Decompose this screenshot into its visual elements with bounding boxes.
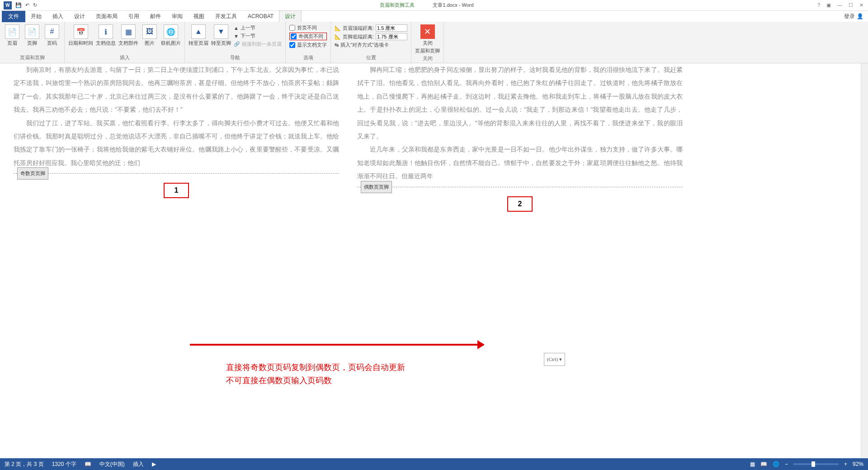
close-header-footer-button[interactable]: ✕关闭页眉和页脚 <box>415 24 440 54</box>
zoom-in-icon[interactable]: + <box>844 461 847 467</box>
group-close: ✕关闭页眉和页脚 关闭 <box>411 22 444 63</box>
help-icon[interactable]: ? <box>817 2 820 8</box>
page-number-odd[interactable]: 1 <box>14 183 339 198</box>
page-number-even[interactable]: 2 <box>357 196 683 212</box>
word-app-icon: W <box>4 1 12 9</box>
quick-access-toolbar: W 💾 ↶ ↻ <box>0 1 41 9</box>
ribbon-tabs: 文件 开始 插入 设计 页面布局 引用 邮件 审阅 视图 开发工具 ACROBA… <box>0 11 868 22</box>
watermark-url: jingyan.baidu.com <box>803 449 854 456</box>
undo-icon[interactable]: ↶ <box>25 2 29 8</box>
document-title: 文章1.docx - Word <box>433 2 473 9</box>
annotation-arrow <box>190 344 484 346</box>
sign-in-link[interactable]: 登录 👤 <box>840 11 868 22</box>
save-icon[interactable]: 💾 <box>15 2 22 8</box>
group-header-footer: 📄页眉 📄页脚 #页码 页眉和页脚 <box>0 22 65 63</box>
tab-acrobat[interactable]: ACROBAT <box>242 11 279 21</box>
tab-mailings[interactable]: 邮件 <box>145 11 166 22</box>
group-insert: 📅日期和时间 ℹ文档信息 ▦文档部件 🖼图片 🌐联机图片 插入 <box>65 22 185 63</box>
paste-options-button[interactable]: (Ctrl) ▾ <box>544 353 565 366</box>
first-page-different-checkbox[interactable]: 首页不同 <box>289 24 327 31</box>
body-text: 近几年来，父亲和我都是东奔西走，家中光景是一日不如一日。他少年出外谋生，独力支持… <box>357 143 683 183</box>
group-navigation: ▲转至页眉 ▼转至页脚 ▲ 上一节 ▼ 下一节 🔗 链接到前一条页眉 导航 <box>185 22 286 63</box>
body-text: 我们过了江，进了车站。我买票，他忙着照看行李。行李太多了，得向脚夫行些小费才可过… <box>14 117 339 170</box>
zoom-out-icon[interactable]: − <box>785 461 788 467</box>
macro-icon[interactable]: ▶ <box>152 461 156 467</box>
odd-footer-label: 奇数页页脚 <box>17 167 48 180</box>
tab-home[interactable]: 开始 <box>25 11 47 22</box>
tab-view[interactable]: 视图 <box>188 11 210 22</box>
picture-button[interactable]: 🖼图片 <box>141 24 158 47</box>
body-text: 到南京时，有朋友约去游逛，勾留了一日；第二日上午便须渡江到浦口，下午上车北去。父… <box>14 63 339 117</box>
tab-references[interactable]: 引用 <box>123 11 145 22</box>
body-text: 脚冉同工缩；他肥肥的身子同左倾侧，显出努刀的样子。这时我看见他的背影，我的泪很快… <box>357 63 683 143</box>
title-bar: W 💾 ↶ ↻ 页眉和页脚工具 文章1.docx - Word ? ▣ — ☐ … <box>0 0 868 11</box>
odd-even-different-checkbox[interactable]: 奇偶页不同 <box>291 33 326 40</box>
header-button[interactable]: 📄页眉 <box>4 24 21 47</box>
group-options: 首页不同 奇偶页不同 显示文档文字 选项 <box>286 22 331 63</box>
minimize-icon[interactable]: — <box>837 2 842 8</box>
tab-developer[interactable]: 开发工具 <box>210 11 242 22</box>
tab-layout[interactable]: 页面布局 <box>90 11 123 22</box>
next-section-button[interactable]: ▼ 下一节 <box>234 33 282 39</box>
zoom-level[interactable]: 92% <box>853 461 863 467</box>
web-layout-view-icon[interactable]: 🌐 <box>773 461 779 467</box>
link-previous-button[interactable]: 🔗 链接到前一条页眉 <box>234 41 282 47</box>
annotation-text: 直接将奇数页页码复制到偶数页，页码会自动更新 不可直接在偶数页输入页码数 <box>226 361 405 387</box>
proofing-icon[interactable]: 📖 <box>85 461 91 467</box>
redo-icon[interactable]: ↻ <box>33 2 37 8</box>
tab-design[interactable]: 设计 <box>69 11 90 22</box>
group-position: 📐页眉顶端距离: 📐页脚底端距离: ↹ 插入"对齐方式"选项卡 位置 <box>331 22 411 63</box>
tab-review[interactable]: 审阅 <box>166 11 188 22</box>
goto-header-button[interactable]: ▲转至页眉 <box>189 24 208 47</box>
header-distance-input[interactable]: 📐页眉顶端距离: <box>335 24 407 32</box>
datetime-button[interactable]: 📅日期和时间 <box>68 24 93 47</box>
online-picture-button[interactable]: 🌐联机图片 <box>161 24 181 47</box>
page-number-button[interactable]: #页码 <box>43 24 61 47</box>
page-indicator[interactable]: 第 2 页，共 3 页 <box>5 461 44 468</box>
goto-footer-button[interactable]: ▼转至页脚 <box>211 24 231 47</box>
read-mode-view-icon[interactable]: 📖 <box>760 461 767 467</box>
insert-mode[interactable]: 插入 <box>133 461 144 468</box>
even-footer-label: 偶数页页脚 <box>361 181 392 193</box>
status-bar: 第 2 页，共 3 页 1320 个字 📖 中文(中国) 插入 ▶ ▦ 📖 🌐 … <box>0 458 868 470</box>
ribbon: 📄页眉 📄页脚 #页码 页眉和页脚 📅日期和时间 ℹ文档信息 ▦文档部件 🖼图片… <box>0 22 868 63</box>
vertical-scrollbar[interactable] <box>861 63 868 458</box>
maximize-icon[interactable]: ☐ <box>849 2 853 8</box>
docparts-button[interactable]: ▦文档部件 <box>118 24 138 47</box>
language-indicator[interactable]: 中文(中国) <box>99 461 125 468</box>
insert-alignment-tab-button[interactable]: ↹ 插入"对齐方式"选项卡 <box>335 42 407 48</box>
tab-hf-design[interactable]: 设计 <box>279 10 302 22</box>
word-count[interactable]: 1320 个字 <box>52 461 76 468</box>
footer-distance-input[interactable]: 📐页脚底端距离: <box>335 33 407 40</box>
footer-button[interactable]: 📄页脚 <box>24 24 41 47</box>
contextual-tab-title: 页眉和页脚工具 <box>380 2 415 9</box>
document-area[interactable]: 到南京时，有朋友约去游逛，勾留了一日；第二日上午便须渡江到浦口，下午上车北去。父… <box>0 63 861 458</box>
zoom-slider[interactable] <box>793 463 839 465</box>
docinfo-button[interactable]: ℹ文档信息 <box>96 24 116 47</box>
page-even: 脚冉同工缩；他肥肥的身子同左倾侧，显出努刀的样子。这时我看见他的背影，我的泪很快… <box>357 63 683 212</box>
show-document-text-checkbox[interactable]: 显示文档文字 <box>289 42 327 48</box>
prev-section-button[interactable]: ▲ 上一节 <box>234 24 282 31</box>
tab-file[interactable]: 文件 <box>2 11 25 22</box>
tab-insert[interactable]: 插入 <box>47 11 69 22</box>
ribbon-options-icon[interactable]: ▣ <box>826 2 831 8</box>
page-odd: 到南京时，有朋友约去游逛，勾留了一日；第二日上午便须渡江到浦口，下午上车北去。父… <box>14 63 339 212</box>
close-icon[interactable]: ✕ <box>859 2 863 8</box>
print-layout-view-icon[interactable]: ▦ <box>750 461 755 467</box>
